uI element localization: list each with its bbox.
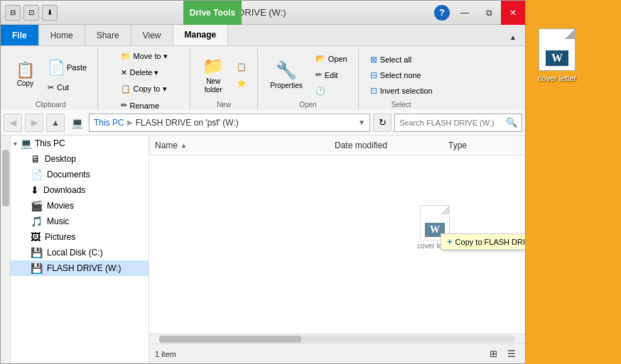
new-buttons: 📁 Newfolder 📋 ⭐	[196, 49, 252, 101]
movies-icon: 🎬	[31, 200, 43, 211]
sidebar-item-downloads[interactable]: ⬇ Downloads	[11, 182, 148, 198]
copy-to-button[interactable]: 📋 Copy to ▾	[116, 82, 173, 96]
grid-view-button[interactable]: ⊞	[485, 346, 501, 362]
select-all-label: Select all	[380, 55, 412, 64]
help-button[interactable]: ?	[434, 5, 450, 21]
explorer-window: ⊟ ⊡ ⬇ Drive Tools FLASH DRIVE (W:) ? — ⧉…	[0, 0, 526, 364]
cut-label: Cut	[57, 83, 69, 92]
sidebar-item-local-disk[interactable]: 💾 Local Disk (C:)	[11, 245, 148, 260]
address-bar[interactable]: This PC ▶ FLASH DRIVE on 'psf' (W:) ▼	[89, 114, 370, 132]
move-icon: 📁	[121, 52, 131, 61]
edit-button[interactable]: ✏ Edit	[310, 67, 352, 82]
invert-selection-button[interactable]: ⊡ Invert selection	[365, 84, 438, 98]
address-sep-1: ▶	[127, 118, 133, 126]
paste-icon: 📄	[48, 59, 65, 76]
drive-tools-tab[interactable]: Drive Tools	[183, 1, 242, 25]
hscrollbar-thumb[interactable]	[159, 336, 301, 343]
refresh-button[interactable]: ↻	[373, 114, 392, 132]
desktop-label: Desktop	[45, 154, 76, 164]
properties-button[interactable]: 🔧 Properties	[264, 57, 309, 93]
history-button[interactable]: 🕐	[310, 84, 352, 99]
select-none-button[interactable]: ⊟ Select none	[365, 68, 438, 82]
hscrollbar-track[interactable]	[159, 336, 515, 343]
col-type[interactable]: Type	[448, 140, 519, 150]
address-drive[interactable]: FLASH DRIVE on 'psf' (W:)	[136, 118, 239, 128]
tab-share[interactable]: Share	[85, 25, 131, 45]
new-folder-icon: 📁	[202, 56, 224, 76]
music-icon: 🎵	[31, 216, 43, 227]
open-group: 🔧 Properties 📂 Open ✏ Edit 🕐	[258, 49, 359, 110]
paste-button[interactable]: 📄 Paste	[43, 55, 92, 79]
tab-manage[interactable]: Manage	[173, 25, 229, 45]
system-icon-btn-3[interactable]: ⬇	[42, 5, 58, 21]
tab-file[interactable]: File	[1, 25, 39, 45]
copy-button[interactable]: 📋 Copy	[9, 59, 41, 91]
sidebar-this-pc[interactable]: ▾ 💻 This PC	[11, 136, 148, 151]
tab-view[interactable]: View	[131, 25, 173, 45]
back-button[interactable]: ◀	[4, 114, 22, 132]
sidebar-item-movies[interactable]: 🎬 Movies	[11, 198, 148, 214]
hscrollbar[interactable]	[149, 333, 525, 343]
easy-access-icon: ⭐	[237, 79, 247, 88]
system-icon-btn-2[interactable]: ⊡	[23, 5, 39, 21]
tab-home[interactable]: Home	[39, 25, 85, 45]
invert-label: Invert selection	[380, 87, 433, 95]
minimize-button[interactable]: —	[453, 1, 477, 25]
select-none-label: Select none	[380, 71, 421, 79]
search-bar[interactable]: 🔍	[394, 114, 522, 132]
delete-icon: ✕	[121, 68, 127, 77]
cut-icon: ✂	[48, 83, 54, 92]
new-extras: 📋 ⭐	[232, 60, 252, 91]
select-all-button[interactable]: ⊠ Select all	[365, 53, 438, 67]
open-icon: 📂	[315, 54, 325, 63]
sidebar-item-desktop[interactable]: 🖥 Desktop	[11, 151, 148, 167]
list-view-button[interactable]: ☰	[504, 346, 519, 362]
ribbon-collapse-btn[interactable]: ▲	[501, 25, 525, 49]
sidebar-item-flash-drive[interactable]: 💾 FLASH DRIVE (W:)	[11, 260, 148, 276]
file-content: W cover letter + Copy to FLASH DRIVE (W:…	[149, 155, 525, 333]
close-button[interactable]: ✕	[501, 1, 525, 25]
rename-icon: ✏	[121, 101, 127, 110]
this-pc-label: This PC	[35, 138, 65, 148]
new-item-button[interactable]: 📋	[232, 60, 252, 75]
delete-button[interactable]: ✕ Delete ▾	[116, 65, 173, 80]
edit-label: Edit	[325, 71, 338, 79]
documents-icon: 📄	[31, 169, 43, 180]
sidebar-scroll-thumb[interactable]	[2, 150, 9, 206]
col-date-label: Date modified	[335, 140, 387, 150]
address-dropdown-arrow[interactable]: ▼	[358, 118, 365, 126]
history-icon: 🕐	[315, 87, 325, 96]
system-icon-btn-1[interactable]: ⊟	[5, 5, 21, 21]
sidebar-scrollbar[interactable]	[1, 136, 11, 363]
address-this-pc[interactable]: This PC	[94, 118, 124, 128]
select-all-icon: ⊠	[370, 55, 377, 65]
open-label: Open	[299, 101, 316, 110]
titlebar: ⊟ ⊡ ⬇ Drive Tools FLASH DRIVE (W:) ? — ⧉…	[1, 1, 525, 25]
col-name[interactable]: Name ▲	[155, 140, 335, 150]
search-input[interactable]	[399, 118, 503, 127]
maximize-button[interactable]: ⧉	[477, 1, 501, 25]
new-folder-button[interactable]: 📁 Newfolder	[196, 53, 230, 98]
desktop-file-cover-letter[interactable]: W cover letter	[529, 28, 585, 82]
easy-access-button[interactable]: ⭐	[232, 76, 252, 91]
titlebar-controls: ? — ⧉ ✕	[434, 1, 525, 25]
sidebar-item-music[interactable]: 🎵 Music	[11, 214, 148, 229]
delete-label: Delete ▾	[130, 68, 159, 77]
select-label: Select	[392, 101, 411, 110]
open-button[interactable]: 📂 Open	[310, 51, 352, 66]
sidebar-item-documents[interactable]: 📄 Documents	[11, 167, 148, 182]
cut-button[interactable]: ✂ Cut	[43, 80, 92, 95]
open-buttons: 🔧 Properties 📂 Open ✏ Edit 🕐	[264, 49, 352, 101]
col-date[interactable]: Date modified	[335, 140, 448, 150]
ribbon-tabs: File Home Share View Manage ▲	[1, 25, 525, 46]
file-area: Name ▲ Date modified Type W	[149, 136, 525, 363]
sidebar-item-pictures[interactable]: 🖼 Pictures	[11, 229, 148, 245]
new-item-icon: 📋	[237, 62, 247, 72]
desktop-file-label: cover letter	[538, 74, 576, 82]
clipboard-label: Clipboard	[36, 101, 66, 110]
up-button[interactable]: ▲	[46, 114, 65, 132]
status-bar: 1 item ⊞ ☰	[149, 343, 525, 363]
forward-button[interactable]: ▶	[25, 114, 43, 132]
clipboard-group: 📋 Copy 📄 Paste ✂ Cut Clipboard	[4, 49, 98, 110]
move-to-button[interactable]: 📁 Move to ▾	[116, 49, 173, 64]
